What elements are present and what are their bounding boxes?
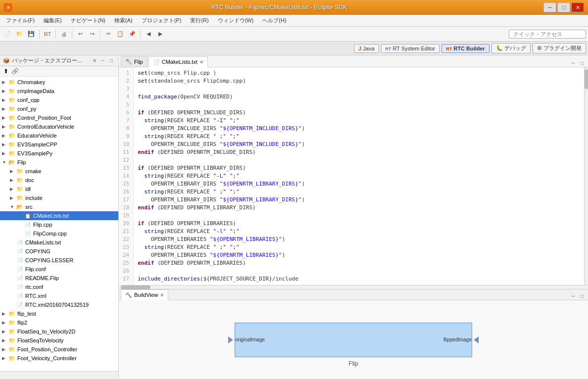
tree-arrow: ▶ — [2, 338, 8, 343]
tree-container[interactable]: ▶ 📁 Chromakey ▶ 📁 cmpImageData ▶ 📁 conf_… — [0, 77, 118, 371]
tree-item-flip_conf[interactable]: 📄 Flip.conf — [0, 265, 118, 274]
tree-item-controlEducatorVehicle[interactable]: ▶ 📁 ControlEducatorVehicle — [0, 122, 118, 131]
tree-item-floatseq_to_velocity2d[interactable]: ▶ 📁 FloatSeq_to_Velocity2D — [0, 327, 118, 336]
editor-minimize-btn[interactable]: ─ — [569, 59, 577, 67]
build-minimize-btn[interactable]: ─ — [569, 292, 577, 300]
code-area[interactable]: set(comp_srcs Flip.cpp ) set(standalone_… — [134, 67, 584, 285]
toolbar-sep-2 — [55, 30, 56, 39]
tree-item-conf_cpp[interactable]: ▶ 📁 conf_cpp — [0, 95, 118, 104]
main-layout: 📦 パッケージ・エクスプロー... ✕ ─ □ ⬆ 🔗 ▶ 📁 Chromake… — [0, 55, 588, 379]
tree-item-flip_src_cmakelists[interactable]: 📋 CMakeLists.txt — [0, 211, 118, 220]
perspective-rtc-builder[interactable]: RT RTC Builder — [441, 44, 490, 53]
tree-item-ev3SampleCPP[interactable]: ▶ 📁 EV3SampleCPP — [0, 140, 118, 149]
tree-item-flip_cmake[interactable]: ▶ 📁 cmake — [0, 167, 118, 176]
tree-hscrollbar[interactable] — [0, 371, 118, 379]
redo-button[interactable]: ↪ — [87, 29, 98, 40]
undo-button[interactable]: ↩ — [75, 29, 86, 40]
link-editor-btn[interactable]: 🔗 — [11, 67, 19, 75]
minimize-button[interactable]: ─ — [543, 2, 556, 12]
menu-run[interactable]: 実行(R) — [186, 16, 212, 25]
menu-file[interactable]: ファイル(F) — [2, 16, 39, 25]
maximize-button[interactable]: □ — [557, 2, 570, 12]
tree-item-foot_position_controller[interactable]: ▶ 📁 Foot_Position_Controller — [0, 345, 118, 354]
cut-button[interactable]: ✂ — [103, 29, 114, 40]
tab-close-icon[interactable]: ✕ — [199, 59, 203, 65]
editor-hscrollbar-thumb[interactable] — [121, 285, 150, 289]
tree-item-flip_readme[interactable]: 📄 README.Flip — [0, 274, 118, 283]
tree-item-flip_doc[interactable]: ▶ 📁 doc — [0, 176, 118, 185]
menu-project[interactable]: プロジェクト(P) — [138, 16, 186, 25]
tree-icon: 📄 — [16, 247, 24, 255]
tree-label: Foot_Position_Controller — [17, 346, 77, 352]
tree-icon: 📄 — [16, 256, 24, 264]
editor-maximize-btn[interactable]: □ — [578, 59, 586, 67]
build-view-icon: 🔨 — [125, 292, 132, 298]
collapse-all-btn[interactable]: ⬆ — [2, 67, 10, 75]
tree-item-flip_idl[interactable]: ▶ 📁 idl — [0, 185, 118, 193]
tree-item-rtc_xml_dated[interactable]: 📄 RTC.xml20160704132519 — [0, 300, 118, 309]
tree-item-cmpImageData[interactable]: ▶ 📁 cmpImageData — [0, 87, 118, 95]
editor-hscrollbar[interactable] — [119, 285, 588, 289]
copy-button[interactable]: 📋 — [115, 29, 126, 40]
perspective-plugin[interactable]: ⚙ プラグイン開発 — [533, 43, 586, 53]
menu-edit[interactable]: 編集(E) — [40, 16, 66, 25]
perspective-rt-label: RT System Editor — [392, 46, 435, 51]
tree-item-flip[interactable]: ▼ 📂 Flip — [0, 158, 118, 167]
menu-navigate[interactable]: ナビゲート(N) — [67, 16, 109, 25]
open-button[interactable]: 📁 — [14, 29, 25, 40]
tree-item-flip_include[interactable]: ▶ 📁 include — [0, 193, 118, 202]
editor-vscrollbar-thumb[interactable] — [585, 69, 588, 89]
quick-access-input[interactable] — [509, 30, 586, 39]
bottom-panel: 🔨 BuildView ✕ ─ □ originalImage — [119, 289, 588, 379]
save-button[interactable]: 💾 — [26, 29, 37, 40]
tree-item-flip_copying_lesser[interactable]: 📄 COPYING.LESSER — [0, 256, 118, 265]
tree-item-floatseqtovelocity[interactable]: ▶ 📁 FloatSeqToVelocity — [0, 336, 118, 345]
paste-button[interactable]: 📌 — [127, 29, 138, 40]
perspective-debug[interactable]: 🐛 デバッグ — [491, 43, 531, 53]
rtc-icon[interactable]: RT — [42, 29, 53, 40]
menu-help[interactable]: ヘルプ(H) — [258, 16, 290, 25]
panel-minimize-btn[interactable]: ─ — [98, 57, 106, 65]
print-button[interactable]: 🖨 — [58, 29, 69, 40]
tree-label: EducatorVehicle — [17, 133, 57, 139]
tree-item-rtc_conf[interactable]: 📄 rtc.conf — [0, 283, 118, 291]
close-button[interactable]: ✕ — [571, 2, 584, 12]
tree-item-control_position_foot[interactable]: ▶ 📁 Control_Position_Foot — [0, 113, 118, 122]
tree-icon: 📁 — [8, 132, 16, 140]
menu-window[interactable]: ウィンドウ(W) — [214, 16, 258, 25]
new-button[interactable]: 📄 — [2, 29, 13, 40]
panel-close-icon: ✕ — [93, 58, 97, 63]
tree-item-ev3SamplePy[interactable]: ▶ 📁 EV3SamplePy — [0, 149, 118, 158]
tree-item-flip_test[interactable]: ▶ 📁 flip_test — [0, 309, 118, 318]
panel-maximize-btn[interactable]: □ — [107, 57, 115, 65]
editor-vscrollbar-track[interactable] — [584, 67, 588, 285]
tree-item-educatorVehicle[interactable]: ▶ 📁 EducatorVehicle — [0, 131, 118, 140]
tab-build-view[interactable]: 🔨 BuildView ✕ — [121, 289, 168, 300]
tree-label: RTC.xml20160704132519 — [25, 302, 89, 308]
tree-item-conf_py[interactable]: ▶ 📁 conf_py — [0, 104, 118, 113]
tree-label: flip2 — [17, 320, 27, 326]
tree-item-flip2[interactable]: ▶ 📁 flip2 — [0, 318, 118, 327]
tab-cmakelists[interactable]: 📄 CMakeLists.txt ✕ — [148, 56, 208, 67]
perspective-java[interactable]: J Java — [354, 44, 379, 53]
menu-search[interactable]: 検索(A) — [110, 16, 137, 25]
editor-content[interactable]: 12345 678910 1112131415 1617181920 21222… — [119, 67, 588, 285]
build-maximize-btn[interactable]: □ — [578, 292, 586, 300]
tree-item-foot_velocity_controller[interactable]: ▶ 📁 Foot_Velocity_Controller — [0, 354, 118, 363]
package-explorer-header: 📦 パッケージ・エクスプロー... ✕ ─ □ — [0, 55, 118, 66]
main-toolbar: 📄 📁 💾 RT 🖨 ↩ ↪ ✂ 📋 📌 ◀ ▶ — [0, 27, 588, 42]
tree-item-rtc_xml[interactable]: 📄 RTC.xml — [0, 291, 118, 300]
tree-item-flip_src[interactable]: ▼ 📂 src — [0, 202, 118, 211]
tab-flip[interactable]: 🔧 Flip — [121, 56, 147, 67]
perspective-rt-system[interactable]: RT RT System Editor — [381, 44, 440, 53]
tree-label: CMakeLists.txt — [33, 213, 69, 219]
tree-label: FlipComp.cpp — [33, 231, 67, 237]
tree-item-flip_cmakelists[interactable]: 📄 CMakeLists.txt — [0, 238, 118, 247]
tree-item-flip_copying[interactable]: 📄 COPYING — [0, 247, 118, 256]
forward-button[interactable]: ▶ — [155, 29, 166, 40]
tree-icon: 📄 — [16, 274, 24, 282]
tree-item-chromakey[interactable]: ▶ 📁 Chromakey — [0, 78, 118, 87]
tree-item-flip_src_flipcomp_cpp[interactable]: 📄 FlipComp.cpp — [0, 229, 118, 238]
tree-item-flip_src_flip_cpp[interactable]: 📄 Flip.cpp — [0, 220, 118, 229]
back-button[interactable]: ◀ — [143, 29, 154, 40]
